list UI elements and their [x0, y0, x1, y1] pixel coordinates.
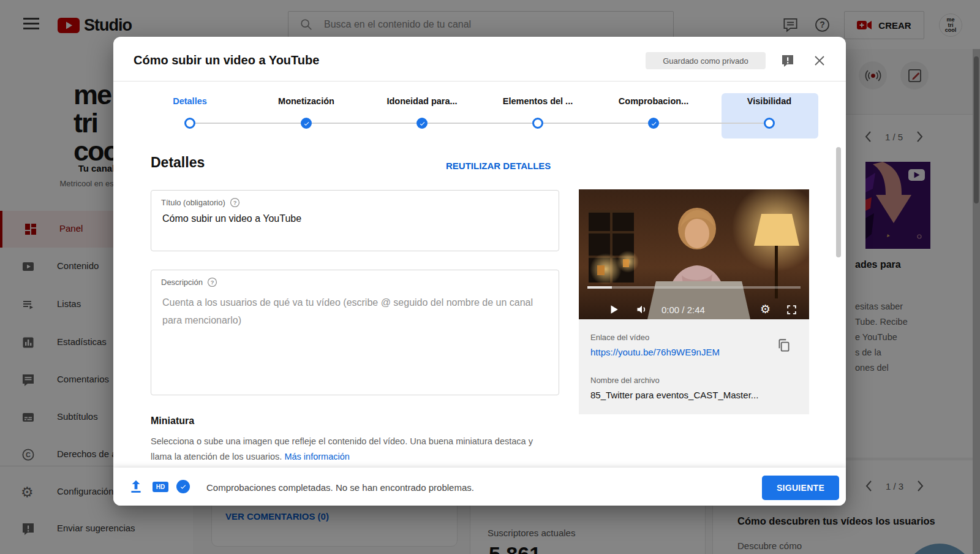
- header-divider: [113, 81, 846, 82]
- help-question-icon[interactable]: ?: [230, 197, 240, 208]
- file-name-value: 85_Twitter para eventos_CAST_Master...: [590, 390, 758, 400]
- privacy-status-badge: Guardado como privado: [646, 52, 766, 69]
- details-heading: Detalles: [151, 154, 205, 171]
- title-field[interactable]: Título (obligatorio) ?: [151, 190, 559, 251]
- title-field-label: Título (obligatorio): [161, 198, 225, 207]
- video-preview-art: [579, 189, 809, 319]
- upload-dialog: Cómo subir un video a YouTube Guardado c…: [113, 37, 846, 506]
- video-time: 0:00 / 2:44: [662, 305, 705, 315]
- close-icon[interactable]: [812, 53, 827, 68]
- more-info-link[interactable]: Más información: [284, 452, 349, 461]
- dialog-title: Cómo subir un video a YouTube: [134, 53, 319, 67]
- checks-done-icon: [176, 480, 190, 493]
- next-button[interactable]: SIGUIENTE: [762, 476, 839, 500]
- copy-icon[interactable]: [776, 338, 792, 354]
- reuse-details-link[interactable]: REUTILIZAR DETALLES: [446, 161, 551, 171]
- step-label-monetizacion[interactable]: Monetización: [278, 96, 334, 106]
- description-textarea[interactable]: [161, 292, 543, 387]
- player-settings-icon[interactable]: ⚙: [760, 302, 771, 316]
- description-field[interactable]: Descripción ?: [151, 270, 559, 395]
- help-question-icon[interactable]: ?: [207, 277, 217, 287]
- svg-text:?: ?: [233, 200, 236, 206]
- video-preview: 0:00 / 2:44 ⚙: [579, 189, 809, 319]
- step-dot-idoneidad[interactable]: [417, 118, 428, 129]
- stepper-connector: [190, 123, 769, 124]
- send-feedback-icon[interactable]: [780, 53, 795, 68]
- step-label-comprobaciones[interactable]: Comprobacion...: [619, 96, 688, 106]
- dialog-scrollbar-thumb[interactable]: [836, 147, 841, 257]
- step-label-detalles[interactable]: Detalles: [173, 96, 207, 106]
- upload-icon: [128, 479, 144, 495]
- step-label-idoneidad[interactable]: Idoneidad para...: [386, 96, 457, 106]
- thumbnail-description: Selecciona o sube una imagen que refleje…: [151, 434, 548, 465]
- video-url-link[interactable]: https://youtu.be/76h9WE9nJEM: [590, 347, 720, 357]
- step-label-visibilidad[interactable]: Visibilidad: [747, 96, 791, 106]
- step-dot-elementos[interactable]: [532, 118, 543, 129]
- dialog-footer: HD Comprobaciones completadas. No se han…: [113, 468, 846, 506]
- file-name-label: Nombre del archivo: [590, 376, 660, 385]
- description-field-label: Descripción: [161, 278, 203, 287]
- checks-status-text: Comprobaciones completadas. No se han en…: [206, 482, 474, 493]
- fullscreen-icon[interactable]: [786, 304, 797, 316]
- step-label-elementos[interactable]: Elementos del ...: [503, 96, 573, 106]
- hd-icon: HD: [153, 482, 168, 492]
- step-dot-monetizacion[interactable]: [301, 118, 312, 129]
- title-input[interactable]: [161, 213, 543, 225]
- video-progress-bar[interactable]: [587, 286, 801, 289]
- video-link-label: Enlace del vídeo: [590, 333, 649, 342]
- step-dot-visibilidad[interactable]: [764, 118, 775, 129]
- volume-icon[interactable]: [635, 303, 649, 316]
- svg-text:?: ?: [211, 279, 214, 286]
- video-info-panel: Enlace del vídeo https://youtu.be/76h9WE…: [579, 319, 809, 414]
- step-dot-comprobaciones[interactable]: [648, 118, 659, 129]
- thumbnail-heading: Miniatura: [151, 416, 194, 427]
- step-dot-detalles[interactable]: [184, 118, 195, 129]
- play-icon[interactable]: [608, 303, 619, 316]
